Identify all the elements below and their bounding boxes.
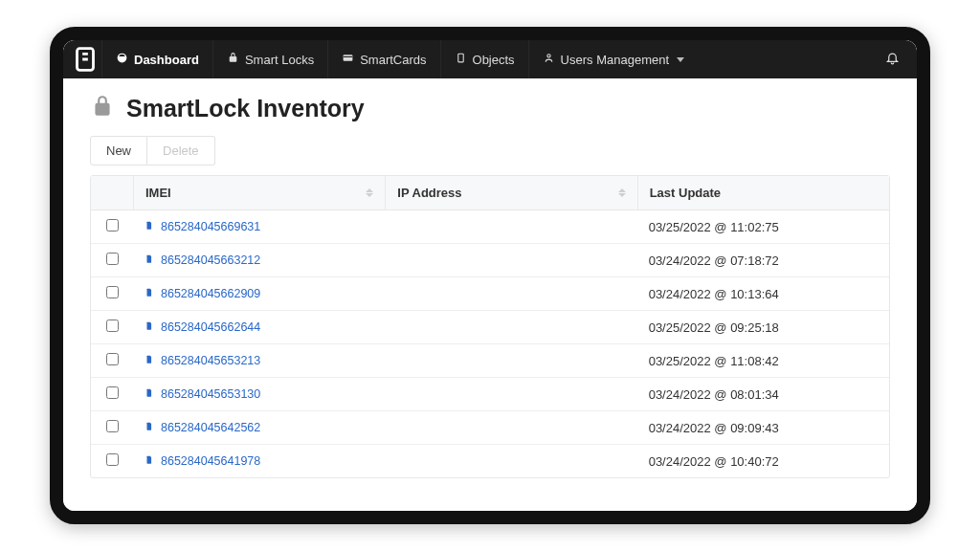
delete-button[interactable]: Delete bbox=[147, 136, 215, 165]
nav-objects[interactable]: Objects bbox=[440, 40, 528, 78]
row-checkbox-cell bbox=[91, 210, 133, 243]
device-icon bbox=[455, 52, 467, 67]
cell-ip bbox=[385, 252, 636, 269]
sim-icon bbox=[145, 353, 154, 368]
row-checkbox-cell bbox=[91, 378, 133, 410]
nav-smartcards[interactable]: SmartCards bbox=[327, 40, 439, 78]
cell-last-update: 03/25/2022 @ 11:08:42 bbox=[637, 345, 889, 377]
cell-last-update: 03/25/2022 @ 11:02:75 bbox=[637, 211, 889, 243]
notifications-button[interactable] bbox=[873, 51, 911, 68]
lock-icon bbox=[90, 94, 115, 122]
row-checkbox[interactable] bbox=[106, 219, 119, 231]
cell-last-update: 03/24/2022 @ 09:09:43 bbox=[637, 412, 889, 444]
row-checkbox[interactable] bbox=[106, 386, 119, 399]
col-ip[interactable]: IP Address bbox=[385, 176, 636, 209]
table-row: 86528404565321303/25/2022 @ 11:08:42 bbox=[91, 344, 889, 378]
row-checkbox[interactable] bbox=[106, 286, 119, 298]
sim-icon bbox=[145, 219, 154, 234]
row-checkbox[interactable] bbox=[106, 253, 119, 265]
col-last-update[interactable]: Last Update bbox=[637, 176, 889, 209]
nav-smart-locks[interactable]: Smart Locks bbox=[212, 40, 327, 78]
user-icon bbox=[543, 52, 555, 67]
nav-label: Dashboard bbox=[134, 53, 199, 67]
cell-ip bbox=[385, 419, 636, 436]
cell-last-update: 03/25/2022 @ 09:25:18 bbox=[637, 312, 889, 343]
sim-icon bbox=[145, 386, 154, 402]
cell-ip bbox=[385, 285, 636, 302]
imei-link[interactable]: 865284045642562 bbox=[161, 421, 260, 434]
nav-label: Users Management bbox=[561, 53, 669, 67]
table-row: 86528404566264403/25/2022 @ 09:25:18 bbox=[91, 311, 889, 344]
cell-last-update: 03/24/2022 @ 10:40:72 bbox=[637, 446, 889, 477]
cell-last-update: 03/24/2022 @ 07:18:72 bbox=[637, 245, 889, 276]
page-body: SmartLock Inventory New Delete IMEI IP A… bbox=[63, 78, 917, 511]
inventory-table: IMEI IP Address Last Update 865284045669… bbox=[90, 175, 890, 478]
svg-rect-1 bbox=[344, 55, 353, 61]
imei-link[interactable]: 865284045641978 bbox=[161, 454, 260, 468]
table-header: IMEI IP Address Last Update bbox=[91, 176, 889, 210]
imei-link[interactable]: 865284045662644 bbox=[161, 320, 260, 334]
svg-rect-3 bbox=[457, 54, 462, 62]
toolbar: New Delete bbox=[90, 136, 890, 165]
col-checkbox bbox=[91, 184, 133, 203]
row-checkbox-cell bbox=[91, 311, 133, 343]
chevron-down-icon bbox=[677, 57, 684, 62]
cell-imei: 865284045653130 bbox=[133, 378, 385, 410]
top-navbar: Dashboard Smart Locks SmartCards bbox=[63, 40, 917, 78]
row-checkbox[interactable] bbox=[106, 453, 119, 466]
imei-link[interactable]: 865284045653130 bbox=[161, 387, 260, 401]
cell-ip bbox=[385, 319, 636, 336]
imei-link[interactable]: 865284045669631 bbox=[161, 220, 260, 233]
sim-icon bbox=[145, 320, 154, 335]
new-button[interactable]: New bbox=[90, 136, 147, 165]
row-checkbox-cell bbox=[91, 277, 133, 310]
cell-last-update: 03/24/2022 @ 10:13:64 bbox=[637, 278, 889, 310]
cell-imei: 865284045653213 bbox=[133, 344, 385, 377]
sort-icon bbox=[366, 188, 373, 197]
brand-logo[interactable] bbox=[69, 43, 101, 76]
sim-icon bbox=[145, 253, 154, 268]
svg-rect-2 bbox=[344, 56, 353, 57]
row-checkbox[interactable] bbox=[106, 320, 119, 332]
card-icon bbox=[342, 52, 354, 67]
table-row: 86528404564256203/24/2022 @ 09:09:43 bbox=[91, 411, 889, 445]
cell-ip bbox=[385, 352, 636, 369]
svg-point-4 bbox=[546, 55, 549, 57]
col-label: IMEI bbox=[145, 186, 171, 200]
table-row: 86528404566290903/24/2022 @ 10:13:64 bbox=[91, 277, 889, 311]
lock-icon bbox=[227, 52, 239, 67]
sim-icon bbox=[145, 420, 154, 435]
table-body: 86528404566963103/25/2022 @ 11:02:758652… bbox=[91, 210, 889, 477]
cell-imei: 865284045641978 bbox=[133, 445, 385, 477]
dashboard-icon bbox=[116, 52, 128, 67]
row-checkbox[interactable] bbox=[106, 353, 119, 365]
cell-imei: 865284045662644 bbox=[133, 311, 385, 343]
page-title: SmartLock Inventory bbox=[126, 95, 365, 122]
app-screen: Dashboard Smart Locks SmartCards bbox=[63, 40, 917, 511]
nav-users-management[interactable]: Users Management bbox=[528, 40, 698, 78]
col-label: Last Update bbox=[650, 186, 721, 200]
nav-label: SmartCards bbox=[360, 53, 426, 67]
cell-ip bbox=[385, 386, 636, 403]
row-checkbox[interactable] bbox=[106, 420, 119, 432]
nav-label: Smart Locks bbox=[245, 53, 314, 67]
nav-items: Dashboard Smart Locks SmartCards bbox=[101, 40, 698, 78]
sim-icon bbox=[145, 286, 154, 301]
table-row: 86528404566963103/25/2022 @ 11:02:75 bbox=[91, 210, 889, 244]
imei-link[interactable]: 865284045653213 bbox=[161, 354, 260, 367]
table-row: 86528404564197803/24/2022 @ 10:40:72 bbox=[91, 445, 889, 477]
row-checkbox-cell bbox=[91, 344, 133, 377]
table-row: 86528404566321203/24/2022 @ 07:18:72 bbox=[91, 244, 889, 277]
row-checkbox-cell bbox=[91, 244, 133, 276]
sim-icon bbox=[145, 453, 154, 469]
bell-icon bbox=[885, 51, 900, 68]
col-imei[interactable]: IMEI bbox=[133, 176, 385, 209]
cell-imei: 865284045642562 bbox=[133, 411, 385, 444]
cell-ip bbox=[385, 452, 636, 470]
col-label: IP Address bbox=[397, 186, 461, 200]
imei-link[interactable]: 865284045662909 bbox=[161, 287, 260, 300]
cell-last-update: 03/24/2022 @ 08:01:34 bbox=[637, 379, 889, 410]
nav-dashboard[interactable]: Dashboard bbox=[101, 40, 212, 78]
imei-link[interactable]: 865284045663212 bbox=[161, 253, 260, 267]
cell-imei: 865284045663212 bbox=[133, 244, 385, 276]
